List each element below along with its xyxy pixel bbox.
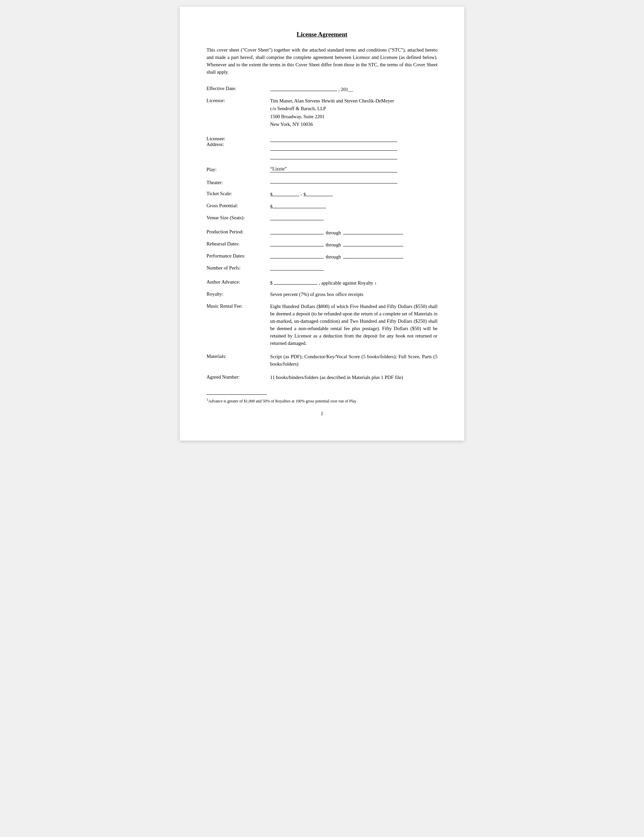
address-label-text: Address: [206, 142, 270, 147]
licensee-label: Licensee: Address: [206, 135, 270, 147]
licensor-name: Tim Maner, Alan Stevens Hewitt and Steve… [270, 97, 438, 105]
ticket-from-field[interactable] [272, 190, 299, 196]
effective-date-value: , 201__ [270, 85, 438, 92]
music-rental-row: Music Rental Fee: Eight Hundred Dollars … [206, 303, 438, 347]
effective-date-line: , 201__ [270, 85, 438, 92]
production-from-field[interactable] [270, 228, 324, 235]
rehearsal-through-text: through [326, 242, 341, 248]
ticket-to-field[interactable] [306, 190, 333, 196]
materials-label: Materials: [206, 353, 270, 359]
materials-value: Script (as PDF); Conductor/Key/Vocal Sco… [270, 353, 438, 368]
licensor-content: Tim Maner, Alan Stevens Hewitt and Steve… [270, 97, 438, 128]
effective-date-row: Effective Date: , 201__ [206, 85, 438, 92]
footnote-text: Advance is greater of $1,000 and 50% of … [208, 399, 356, 404]
royalty-value: Seven percent (7%) of gross box office r… [270, 290, 438, 298]
gross-potential-content: $ [270, 202, 438, 210]
ticket-scale-row: Ticket Scale: $ - $ [206, 190, 438, 197]
advance-field[interactable] [274, 279, 317, 285]
production-period-row: Production Period: through [206, 228, 438, 236]
venue-size-row: Venue Size (Seats): [206, 214, 438, 222]
number-perfs-content [270, 264, 438, 272]
document-title: License Agreement [206, 31, 438, 38]
performance-dates-row: Performance Dates: through [206, 253, 438, 260]
agreed-number-value: 11 books/binders/folders (as described i… [270, 374, 438, 381]
music-rental-value: Eight Hundred Dollars ($800) of which Fi… [270, 303, 438, 347]
author-advance-label: Author Advance: [206, 279, 270, 285]
ticket-scale-label: Ticket Scale: [206, 190, 270, 197]
venue-field[interactable] [270, 214, 324, 220]
page-number: 1 [206, 411, 438, 417]
advance-dollar: $ [270, 280, 272, 286]
licensor-address1: c/o Sendroff & Baruch, LLP [270, 105, 438, 113]
licensor-label: Licensor: [206, 97, 270, 103]
footnote-divider [206, 394, 267, 395]
performance-dates-content: through [270, 253, 438, 260]
gross-potential-row: Gross Potential: $ [206, 202, 438, 210]
rehearsal-dates-label: Rehearsal Dates: [206, 240, 270, 247]
theater-field[interactable] [270, 183, 397, 184]
rehearsal-dates-row: Rehearsal Dates: through [206, 240, 438, 248]
royalty-label: Royalty: [206, 290, 270, 297]
ticket-separator: - $ [301, 192, 306, 197]
theater-content [270, 179, 438, 185]
ticket-scale-content: $ - $ [270, 190, 438, 197]
number-perfs-label: Number of Perfs: [206, 264, 270, 271]
date-suffix: , 201__ [338, 87, 353, 92]
gross-dollar: $ [270, 204, 272, 209]
venue-size-label: Venue Size (Seats): [206, 214, 270, 221]
author-advance-line: $, applicable against Royalty1 [270, 279, 438, 286]
number-perfs-row: Number of Perfs: [206, 264, 438, 272]
royalty-row: Royalty: Seven percent (7%) of gross box… [206, 290, 438, 298]
play-value: “Lizzie” [270, 166, 397, 172]
rehearsal-through-line: through [270, 240, 438, 248]
advance-superscript: 1 [375, 282, 376, 285]
theater-label: Theater: [206, 179, 270, 185]
venue-size-content [270, 214, 438, 222]
licensee-content [270, 135, 438, 161]
ticket-dollar1: $ [270, 192, 272, 197]
author-advance-content: $, applicable against Royalty1 [270, 279, 438, 286]
licensor-address3: New York, NY 10036 [270, 120, 438, 128]
licensee-line-1[interactable] [270, 135, 397, 142]
play-content: “Lizzie” [270, 166, 438, 172]
document-page: License Agreement This cover sheet ("Cov… [180, 7, 464, 441]
performance-dates-label: Performance Dates: [206, 253, 270, 259]
licensee-line-3[interactable] [270, 153, 397, 159]
performance-to-field[interactable] [343, 253, 403, 258]
effective-date-label: Effective Date: [206, 85, 270, 91]
licensee-label-text: Licensee: [206, 136, 270, 142]
fields-section: Effective Date: , 201__ Licensor: Tim Ma… [206, 85, 438, 381]
gross-potential-label: Gross Potential: [206, 202, 270, 208]
rehearsal-from-field[interactable] [270, 240, 324, 246]
theater-row: Theater: [206, 179, 438, 185]
materials-row: Materials: Script (as PDF); Conductor/Ke… [206, 353, 438, 368]
production-through-line: through [270, 228, 438, 236]
agreed-number-label: Agreed Number: [206, 374, 270, 380]
licensor-address2: 1500 Broadway, Suite 2201 [270, 113, 438, 120]
author-advance-row: Author Advance: $, applicable against Ro… [206, 279, 438, 286]
production-period-label: Production Period: [206, 228, 270, 235]
number-perfs-field[interactable] [270, 264, 324, 271]
advance-suffix: , applicable against Royalty [319, 280, 373, 286]
date-blank-field[interactable] [270, 85, 337, 91]
performance-through-line: through [270, 253, 438, 260]
gross-field[interactable] [272, 202, 326, 208]
performance-from-field[interactable] [270, 253, 324, 258]
music-rental-label: Music Rental Fee: [206, 303, 270, 309]
production-through-text: through [326, 230, 341, 236]
rehearsal-dates-content: through [270, 240, 438, 248]
licensor-row: Licensor: Tim Maner, Alan Stevens Hewitt… [206, 97, 438, 128]
production-to-field[interactable] [343, 228, 403, 235]
play-row: Play: “Lizzie” [206, 166, 438, 172]
licensee-line-2[interactable] [270, 144, 397, 151]
rehearsal-to-field[interactable] [343, 240, 403, 246]
play-label: Play: [206, 166, 270, 172]
performance-through-text: through [326, 254, 341, 260]
agreed-number-row: Agreed Number: 11 books/binders/folders … [206, 374, 438, 381]
licensee-row: Licensee: Address: [206, 135, 438, 161]
intro-paragraph: This cover sheet ("Cover Sheet") togethe… [206, 46, 438, 75]
production-period-content: through [270, 228, 438, 236]
footnote: 1Advance is greater of $1,000 and 50% of… [206, 397, 438, 404]
